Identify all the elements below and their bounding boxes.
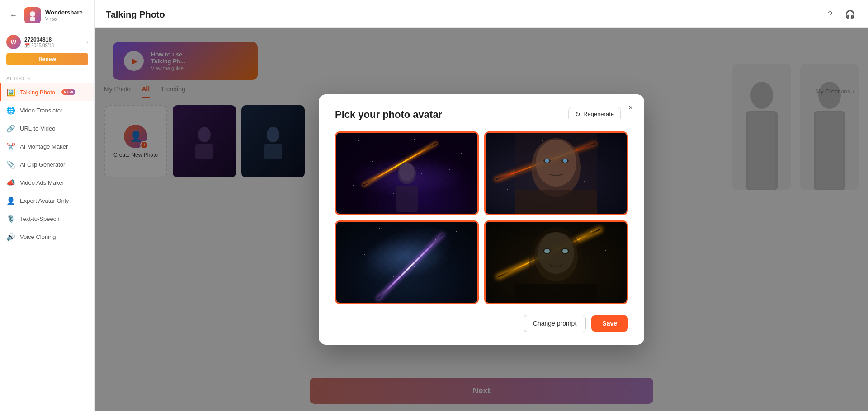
sidebar-item-text-to-speech[interactable]: 🎙️ Text-to-Speech — [0, 210, 94, 228]
save-button[interactable]: Save — [591, 315, 628, 332]
sidebar-item-export-avatar[interactable]: 👤 Export Avatar Only — [0, 191, 94, 210]
refresh-icon: ↻ — [575, 111, 580, 118]
svg-rect-31 — [515, 284, 597, 303]
brand-sub: Virbo — [45, 16, 83, 22]
svg-point-22 — [563, 159, 567, 163]
help-icon: ? — [828, 10, 832, 19]
svg-point-18 — [536, 140, 576, 187]
main-content-area: Talking Photo ? 🎧 ▶ How to use Talking P… — [95, 0, 868, 411]
sidebar-header: ← Wondershare Virbo — [0, 0, 94, 29]
video-ads-icon: 📣 — [6, 178, 15, 187]
brand-name: Wondershare — [45, 9, 83, 16]
sidebar: ← Wondershare Virbo W 2 — [0, 0, 95, 411]
chevron-right-icon: › — [86, 39, 88, 45]
brand-text: Wondershare Virbo — [45, 9, 83, 22]
svg-point-21 — [545, 159, 549, 163]
sidebar-item-video-ads[interactable]: 📣 Video Ads Maker — [0, 173, 94, 191]
regenerate-label: Regenerate — [583, 111, 614, 117]
sidebar-section-label: AI Tools — [0, 71, 94, 83]
url-to-video-icon: 🔗 — [6, 124, 15, 133]
sidebar-item-label: URL-to-Video — [20, 125, 56, 132]
headphone-button[interactable]: 🎧 — [843, 7, 857, 22]
sidebar-item-url-to-video[interactable]: 🔗 URL-to-Video — [0, 119, 94, 137]
sidebar-item-ai-clip[interactable]: 📎 AI Clip Generator — [0, 155, 94, 173]
modal-actions: Change prompt Save — [335, 315, 628, 332]
sidebar-item-voice-cloning[interactable]: 🔊 Voice Cloning — [0, 228, 94, 246]
modal-photo-grid: ✓ — [335, 131, 628, 304]
svg-rect-23 — [515, 190, 597, 214]
modal-close-button[interactable]: × — [624, 102, 637, 114]
back-button[interactable]: ← — [7, 9, 20, 22]
video-translator-icon: 🌐 — [6, 106, 15, 115]
sidebar-item-label: Talking Photo — [20, 89, 55, 96]
renew-button[interactable]: Renew — [6, 53, 88, 65]
sidebar-item-talking-photo[interactable]: 🖼️ Talking Photo NEW — [0, 83, 94, 101]
text-to-speech-icon: 🎙️ — [6, 214, 15, 223]
modal: × Pick your photo avatar ↻ Regenerate ✓ — [319, 94, 644, 345]
calendar-icon: 📅 — [24, 43, 30, 48]
sidebar-item-label: Text-to-Speech — [20, 215, 59, 222]
user-section: W 272034818 📅 2025/09/18 › Renew — [0, 29, 94, 71]
svg-point-29 — [544, 249, 550, 253]
user-expiry: 📅 2025/09/18 — [24, 43, 83, 48]
svg-rect-2 — [30, 17, 35, 21]
modal-photo-4[interactable]: ✓ — [484, 220, 628, 304]
svg-point-26 — [538, 232, 574, 274]
main-header: Talking Photo ? 🎧 — [95, 0, 868, 28]
change-prompt-button[interactable]: Change prompt — [524, 315, 586, 332]
sidebar-item-label: AI Clip Generator — [20, 161, 65, 168]
svg-point-30 — [562, 249, 568, 253]
avatar: W — [6, 35, 21, 49]
back-icon: ← — [10, 11, 17, 19]
modal-photo-2[interactable]: ✓ — [484, 131, 628, 215]
sidebar-item-video-translator[interactable]: 🌐 Video Translator — [0, 101, 94, 119]
sidebar-item-ai-montage[interactable]: ✂️ AI Montage Maker — [0, 137, 94, 155]
sidebar-item-label: AI Montage Maker — [20, 143, 68, 150]
app-logo — [24, 7, 41, 23]
sidebar-item-label: Video Translator — [20, 107, 62, 114]
modal-photo-1[interactable]: ✓ — [335, 131, 479, 215]
main-content: ▶ How to use Talking Ph... View the guid… — [95, 28, 868, 411]
export-avatar-icon: 👤 — [6, 196, 15, 205]
sidebar-item-label: Video Ads Maker — [20, 179, 64, 186]
svg-point-1 — [30, 11, 35, 17]
header-actions: ? 🎧 — [823, 7, 857, 22]
user-row: W 272034818 📅 2025/09/18 › — [6, 35, 88, 49]
sidebar-item-label: Voice Cloning — [20, 234, 56, 240]
help-button[interactable]: ? — [823, 7, 837, 22]
ai-clip-icon: 📎 — [6, 160, 15, 169]
modal-photo-3[interactable]: ✓ — [335, 220, 479, 304]
ai-montage-icon: ✂️ — [6, 142, 15, 151]
new-badge: NEW — [61, 89, 75, 95]
regenerate-button[interactable]: ↻ Regenerate — [568, 107, 621, 121]
sidebar-item-label: Export Avatar Only — [20, 197, 69, 204]
modal-overlay: × Pick your photo avatar ↻ Regenerate ✓ — [95, 28, 868, 411]
page-title: Talking Photo — [106, 9, 165, 20]
voice-cloning-icon: 🔊 — [6, 232, 15, 241]
talking-photo-icon: 🖼️ — [6, 88, 15, 97]
user-id: 272034818 — [24, 37, 83, 43]
user-info: 272034818 📅 2025/09/18 — [24, 37, 83, 48]
headphone-icon: 🎧 — [845, 9, 855, 19]
svg-rect-15 — [396, 186, 418, 212]
svg-point-14 — [399, 163, 415, 181]
